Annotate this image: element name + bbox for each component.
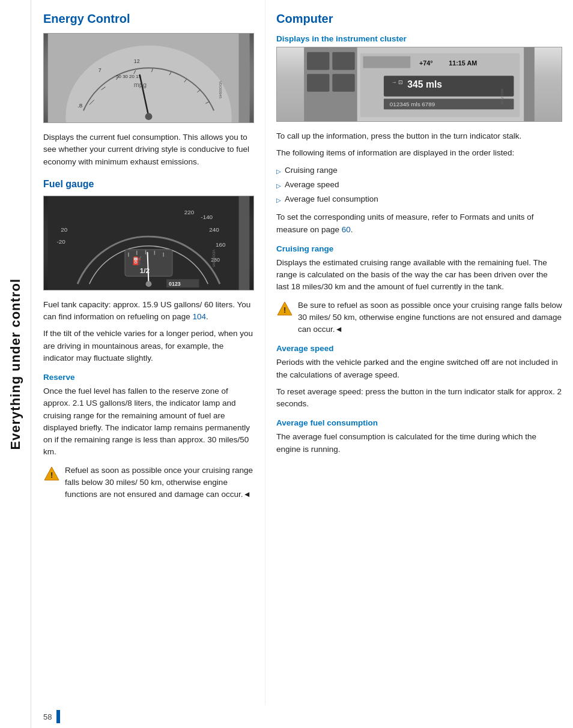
bullet-arrow-1: ▷ bbox=[276, 167, 281, 176]
reserve-description: Once the fuel level has fallen to the re… bbox=[43, 385, 254, 459]
displays-title: Displays in the instrument cluster bbox=[276, 34, 562, 43]
list-item-speed: ▷ Average speed bbox=[276, 179, 562, 191]
sidebar: Everything under control bbox=[0, 0, 31, 728]
right-column: Computer Displays in the instrument clus… bbox=[265, 0, 573, 705]
svg-text:.8: .8 bbox=[77, 102, 83, 109]
svg-text:345 mls: 345 mls bbox=[407, 79, 442, 89]
svg-rect-40 bbox=[239, 196, 250, 290]
svg-rect-47 bbox=[307, 52, 329, 70]
svg-text:160: 160 bbox=[216, 241, 226, 248]
cruising-warning-box: ! Be sure to refuel as soon as possible … bbox=[276, 299, 562, 336]
cruising-warning-text: Be sure to refuel as soon as possible on… bbox=[298, 299, 562, 336]
cruising-range-description: Displays the estimated cruising range av… bbox=[276, 257, 562, 293]
computer-display-image: +74° 11:15 AM → ⊡ 345 mls 012345 mls 678… bbox=[276, 47, 562, 122]
average-speed-title: Average speed bbox=[276, 344, 562, 353]
svg-text:50 30 20 15: 50 30 20 15 bbox=[116, 74, 141, 79]
list-item-cruising: ▷ Cruising range bbox=[276, 164, 562, 176]
svg-rect-51 bbox=[363, 56, 411, 68]
computer-intro2: The following items of information are d… bbox=[276, 147, 562, 159]
reserve-title: Reserve bbox=[43, 373, 254, 382]
svg-text:12: 12 bbox=[134, 58, 140, 64]
svg-text:11:15 AM: 11:15 AM bbox=[449, 59, 477, 67]
computer-intro1: To call up the information, press the bu… bbox=[276, 130, 562, 142]
svg-text:0123: 0123 bbox=[169, 281, 181, 287]
svg-text:mpg: mpg bbox=[134, 81, 147, 88]
energy-control-title: Energy Control bbox=[43, 12, 254, 26]
svg-rect-59 bbox=[524, 47, 535, 121]
svg-text:+74°: +74° bbox=[419, 59, 433, 67]
energy-gauge-image: .8 12 7 50 30 20 15 mpg bbox=[43, 33, 254, 123]
bullet-arrow-2: ▷ bbox=[276, 181, 281, 190]
svg-text:7: 7 bbox=[99, 67, 102, 73]
svg-text:VDO03945: VDO03945 bbox=[219, 81, 222, 99]
svg-point-39 bbox=[146, 281, 152, 287]
energy-gauge-svg: .8 12 7 50 30 20 15 mpg bbox=[44, 34, 253, 122]
list-item-cruising-text: Cruising range bbox=[285, 164, 338, 176]
warning-icon: ! bbox=[43, 466, 60, 483]
svg-text:220: 220 bbox=[184, 208, 195, 215]
sidebar-label: Everything under control bbox=[8, 278, 23, 450]
svg-point-8 bbox=[145, 113, 153, 120]
svg-text:WO37520: WO37520 bbox=[500, 89, 504, 105]
svg-text:-140: -140 bbox=[201, 213, 213, 220]
energy-control-description: Displays the current fuel consumption. T… bbox=[43, 131, 254, 168]
computer-display-svg: +74° 11:15 AM → ⊡ 345 mls 012345 mls 678… bbox=[277, 47, 562, 121]
svg-text:VDO03895: VDO03895 bbox=[212, 250, 216, 268]
svg-text:012345 mls 6789: 012345 mls 6789 bbox=[390, 101, 435, 107]
page-number: 58 bbox=[43, 712, 52, 721]
fuel-gauge-desc1: Fuel tank capacity: approx. 15.9 US gall… bbox=[43, 299, 254, 323]
svg-text:⛽: ⛽ bbox=[132, 256, 142, 265]
page-bar bbox=[56, 710, 60, 723]
svg-rect-49 bbox=[307, 74, 329, 92]
cruising-range-title: Cruising range bbox=[276, 244, 562, 253]
formats-page-link[interactable]: 60 bbox=[342, 225, 351, 234]
average-fuel-description: The average fuel consumption is calculat… bbox=[276, 431, 562, 456]
list-item-fuel-text: Average fuel consumption bbox=[285, 193, 378, 205]
page-footer: 58 bbox=[31, 705, 573, 728]
list-item-speed-text: Average speed bbox=[285, 179, 339, 191]
bullet-arrow-3: ▷ bbox=[276, 196, 281, 205]
computer-items-list: ▷ Cruising range ▷ Average speed ▷ Avera… bbox=[276, 164, 562, 206]
main-content: Energy Control .8 12 7 50 30 20 15 mpg bbox=[31, 0, 573, 728]
average-speed-desc2: To reset average speed: press the button… bbox=[276, 386, 562, 411]
svg-text:!: ! bbox=[50, 471, 53, 480]
svg-text:→ ⊡: → ⊡ bbox=[392, 79, 403, 85]
svg-rect-54 bbox=[384, 76, 514, 96]
fuel-gauge-image: 20 -20 220 -140 240 160 280 ⛽ 1/ bbox=[43, 196, 254, 290]
two-columns: Energy Control .8 12 7 50 30 20 15 mpg bbox=[31, 0, 573, 705]
cruising-warning-icon: ! bbox=[276, 301, 293, 317]
formats-text: To set the corresponding units of measur… bbox=[276, 211, 562, 236]
fuel-gauge-svg: 20 -20 220 -140 240 160 280 ⛽ 1/ bbox=[44, 196, 253, 290]
svg-rect-18 bbox=[238, 34, 249, 122]
reserve-warning-text: Refuel as soon as possible once your cru… bbox=[65, 465, 254, 501]
fuel-gauge-desc2: If the tilt of the vehicle varies for a … bbox=[43, 328, 254, 364]
reserve-warning-box: ! Refuel as soon as possible once your c… bbox=[43, 465, 254, 501]
svg-text:!: ! bbox=[283, 305, 286, 314]
svg-text:20: 20 bbox=[61, 226, 67, 233]
fuel-page-link[interactable]: 104 bbox=[192, 312, 206, 321]
average-speed-desc1: Periods with the vehicle parked and the … bbox=[276, 356, 562, 381]
svg-text:240: 240 bbox=[209, 226, 219, 233]
fuel-gauge-title: Fuel gauge bbox=[43, 179, 254, 190]
svg-rect-48 bbox=[332, 52, 354, 70]
svg-text:-20: -20 bbox=[56, 238, 65, 245]
list-item-fuel: ▷ Average fuel consumption bbox=[276, 193, 562, 205]
average-fuel-title: Average fuel consumption bbox=[276, 418, 562, 427]
left-column: Energy Control .8 12 7 50 30 20 15 mpg bbox=[31, 0, 265, 705]
computer-title: Computer bbox=[276, 12, 562, 26]
svg-rect-50 bbox=[332, 74, 354, 92]
